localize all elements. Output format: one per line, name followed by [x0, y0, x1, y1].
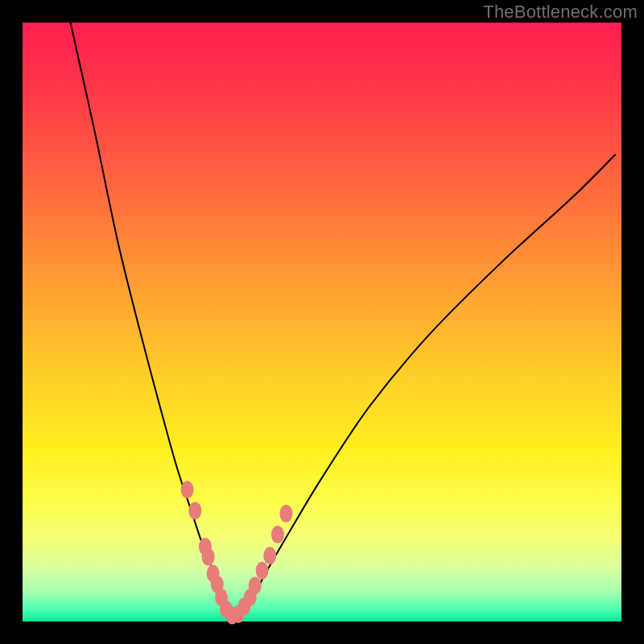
highlight-markers — [181, 481, 293, 624]
marker-dot — [256, 562, 269, 580]
marker-dot — [249, 576, 262, 594]
marker-dot — [263, 547, 276, 564]
bottleneck-curve — [71, 23, 616, 617]
curve-svg — [23, 23, 621, 621]
marker-dot — [181, 481, 194, 498]
marker-dot — [271, 526, 284, 543]
marker-dot — [202, 548, 215, 566]
marker-dot — [279, 505, 292, 522]
watermark-text: TheBottleneck.com — [483, 2, 638, 23]
chart-frame: TheBottleneck.com — [0, 0, 644, 644]
plot-area — [23, 23, 621, 621]
marker-dot — [188, 502, 201, 519]
